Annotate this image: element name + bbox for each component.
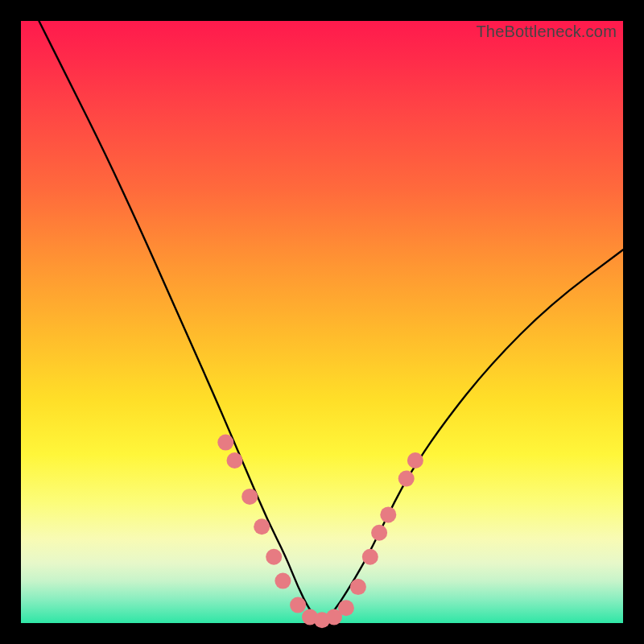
curve-marker-dot — [338, 600, 354, 616]
curve-marker-dot — [380, 506, 396, 522]
chart-frame: TheBottleneck.com — [0, 0, 644, 644]
plot-area: TheBottleneck.com — [21, 21, 623, 623]
curve-marker-dot — [242, 489, 258, 505]
curve-marker-dot — [227, 452, 243, 469]
curve-marker-dot — [266, 549, 282, 565]
curve-marker-dot — [362, 549, 378, 565]
curve-marker-dot — [254, 518, 270, 535]
curve-marker-dot — [398, 471, 415, 487]
bottleneck-curve-path — [39, 21, 623, 620]
curve-marker-dot — [350, 579, 366, 595]
curve-marker-dot — [275, 573, 291, 589]
curve-marker-dot — [290, 597, 306, 613]
curve-marker-dot — [407, 452, 423, 469]
curve-marker-dot — [371, 525, 387, 541]
curve-markers — [217, 435, 423, 629]
curve-svg — [21, 21, 623, 623]
curve-marker-dot — [217, 435, 233, 451]
